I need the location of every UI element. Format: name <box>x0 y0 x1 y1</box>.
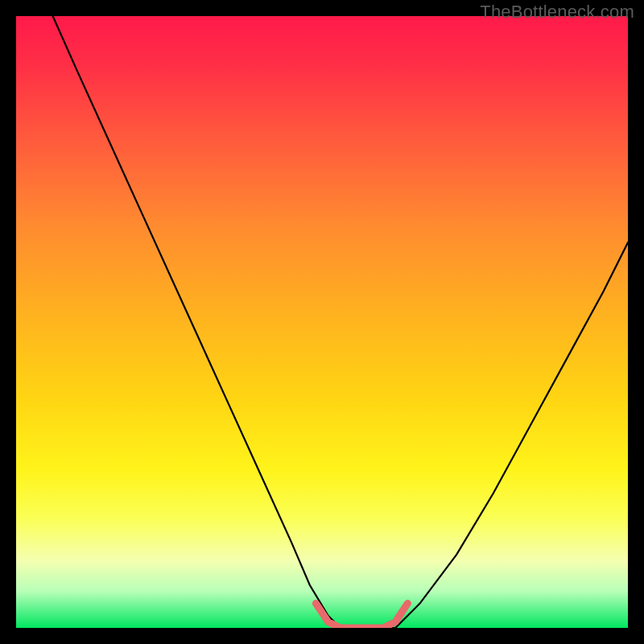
plot-area <box>16 16 628 628</box>
bottleneck-curve-right-arm <box>395 242 628 628</box>
watermark-text: TheBottleneck.com <box>480 2 634 23</box>
bottleneck-curve-left-arm <box>53 16 396 628</box>
valley-highlight-segment <box>316 604 407 628</box>
curve-layer <box>16 16 628 628</box>
chart-frame: TheBottleneck.com <box>0 0 644 644</box>
